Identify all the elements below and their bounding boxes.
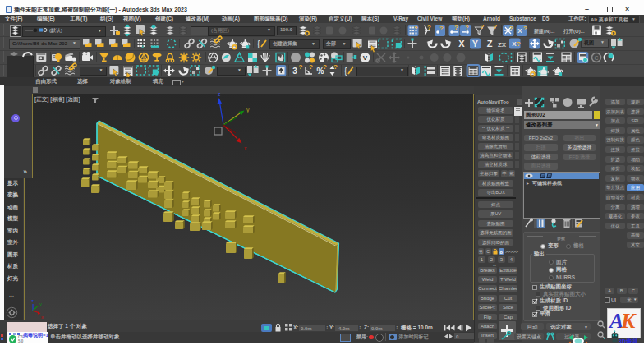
svg-text:y: y <box>39 302 42 306</box>
svg-text:x: x <box>41 315 44 320</box>
svg-text:z: z <box>31 298 34 303</box>
